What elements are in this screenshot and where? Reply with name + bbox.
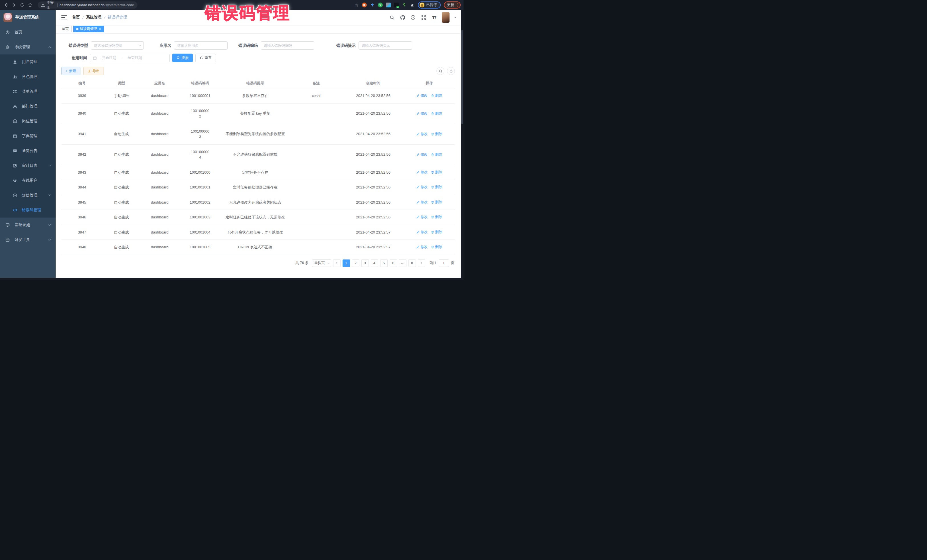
end-date-input[interactable]: [124, 56, 145, 60]
delete-link[interactable]: 删除: [431, 200, 442, 205]
start-date-input[interactable]: [99, 56, 120, 60]
tag-home[interactable]: 首页: [59, 26, 71, 32]
reload-icon[interactable]: [19, 2, 25, 8]
sidebar-item-7[interactable]: 字典管理: [0, 129, 56, 143]
error-type-select-input[interactable]: [94, 44, 137, 48]
extension-icon-orange[interactable]: [362, 3, 367, 8]
profile-paused-badge[interactable]: 已暂停: [418, 2, 441, 9]
sidebar-item-5[interactable]: 部门管理: [0, 99, 56, 114]
goto-page-input[interactable]: [439, 260, 449, 267]
app-name-field[interactable]: [174, 41, 228, 50]
error-type-select[interactable]: [91, 41, 144, 50]
edit-link[interactable]: 修改: [416, 111, 427, 116]
refresh-table-icon[interactable]: [447, 67, 455, 75]
delete-link[interactable]: 删除: [431, 229, 442, 235]
edit-link[interactable]: 修改: [416, 185, 427, 190]
security-label[interactable]: 不安全: [47, 0, 55, 10]
table-row: 3947 自动生成 dashboard 1001001004 只有开启状态的任务…: [61, 225, 455, 240]
page-button-8[interactable]: 8: [409, 260, 416, 267]
page-button-4[interactable]: 4: [371, 260, 378, 267]
user-avatar[interactable]: [442, 12, 450, 23]
fullscreen-icon[interactable]: [421, 15, 426, 20]
search-button[interactable]: 搜索: [172, 54, 193, 62]
sidebar-item-8[interactable]: 通知公告: [0, 143, 56, 158]
sidebar-item-9[interactable]: 审计日志: [0, 158, 56, 173]
update-badge[interactable]: 更新: [444, 2, 460, 9]
sidebar-item-0[interactable]: 首页: [0, 25, 56, 39]
sidebar-item-11[interactable]: 短信管理: [0, 188, 56, 203]
sidebar-item-active-12[interactable]: 错误码管理: [0, 203, 56, 217]
pagination-ellipsis[interactable]: ···: [399, 260, 406, 267]
edit-link[interactable]: 修改: [416, 200, 427, 205]
prev-page-button[interactable]: [333, 260, 340, 267]
tag-close-icon[interactable]: ×: [99, 27, 101, 31]
avatar-caret-icon[interactable]: [454, 16, 456, 18]
page-button-6[interactable]: 6: [390, 260, 397, 267]
extensions-puzzle-icon[interactable]: [410, 3, 415, 8]
extension-icon-key[interactable]: [402, 3, 407, 8]
hamburger-icon[interactable]: [61, 15, 67, 20]
app-name-input[interactable]: [177, 44, 225, 48]
error-code-field[interactable]: [261, 41, 314, 50]
reset-button[interactable]: 重置: [195, 54, 216, 62]
extension-icon-tabs-on[interactable]: on: [394, 3, 399, 8]
delete-link[interactable]: 删除: [431, 185, 442, 190]
error-hint-field[interactable]: [359, 41, 412, 50]
sidebar-item-1[interactable]: 系统管理: [0, 39, 56, 55]
edit-link[interactable]: 修改: [416, 244, 427, 250]
cell-code: 1001001005: [179, 240, 221, 255]
browser-menu-icon[interactable]: [457, 3, 457, 7]
delete-link[interactable]: 删除: [431, 132, 442, 137]
home-icon[interactable]: [27, 2, 33, 8]
next-page-button[interactable]: [418, 260, 425, 267]
edit-link[interactable]: 修改: [416, 229, 427, 235]
github-icon[interactable]: [400, 15, 405, 20]
sidebar-item-13[interactable]: 基础设施: [0, 217, 56, 232]
edit-link[interactable]: 修改: [416, 152, 427, 157]
create-time-range-picker[interactable]: -: [90, 54, 170, 62]
edit-link[interactable]: 修改: [416, 93, 427, 99]
sidebar-item-10[interactable]: 在线用户: [0, 173, 56, 188]
edit-link[interactable]: 修改: [416, 214, 427, 220]
tag-error-code[interactable]: 错误码管理 ×: [73, 26, 104, 32]
breadcrumb-system[interactable]: 系统管理: [86, 15, 102, 20]
page-button-5[interactable]: 5: [380, 260, 388, 267]
add-button[interactable]: + 新增: [61, 67, 81, 75]
page-button-2[interactable]: 2: [352, 260, 359, 267]
forward-icon[interactable]: [11, 2, 17, 8]
extension-icon-green-v[interactable]: V: [378, 3, 383, 8]
font-size-icon[interactable]: TT: [431, 15, 437, 20]
extension-icon-gem[interactable]: [370, 3, 375, 8]
back-icon[interactable]: [3, 2, 9, 8]
url-text[interactable]: dashboard.yudao.iocoder.cn/system/error-…: [59, 3, 134, 7]
page-button-1[interactable]: 1: [343, 260, 350, 267]
error-hint-input[interactable]: [362, 44, 409, 48]
security-warning-icon[interactable]: [41, 3, 45, 7]
header-search-icon[interactable]: [389, 15, 395, 20]
url-bar[interactable]: 不安全 dashboard.yudao.iocoder.cn/system/er…: [38, 2, 137, 9]
delete-link[interactable]: 删除: [431, 111, 442, 116]
export-button[interactable]: 导出: [83, 67, 104, 75]
error-code-input[interactable]: [264, 44, 311, 48]
delete-link[interactable]: 删除: [431, 170, 442, 175]
sidebar-item-6[interactable]: 岗位管理: [0, 114, 56, 129]
sidebar-item-4[interactable]: 菜单管理: [0, 84, 56, 99]
page-size-select[interactable]: 10条/页: [312, 260, 331, 267]
delete-link[interactable]: 删除: [431, 93, 442, 99]
help-icon[interactable]: ?: [410, 15, 416, 20]
toggle-search-icon[interactable]: [436, 67, 444, 75]
breadcrumb-home[interactable]: 首页: [72, 15, 80, 20]
bookmark-star-icon[interactable]: ☆: [355, 3, 359, 8]
extension-icon-grid[interactable]: [386, 3, 391, 8]
app-logo[interactable]: 芋道管理系统: [0, 10, 56, 25]
delete-link[interactable]: 删除: [431, 214, 442, 220]
page-button-3[interactable]: 3: [362, 260, 369, 267]
edit-link[interactable]: 修改: [416, 132, 427, 137]
sidebar-item-14[interactable]: 研发工具: [0, 232, 56, 247]
browser-scrollbar[interactable]: [460, 10, 464, 280]
sidebar-item-3[interactable]: 角色管理: [0, 69, 56, 84]
delete-link[interactable]: 删除: [431, 244, 442, 250]
delete-link[interactable]: 删除: [431, 152, 442, 157]
edit-link[interactable]: 修改: [416, 170, 427, 175]
sidebar-item-2[interactable]: 用户管理: [0, 55, 56, 69]
